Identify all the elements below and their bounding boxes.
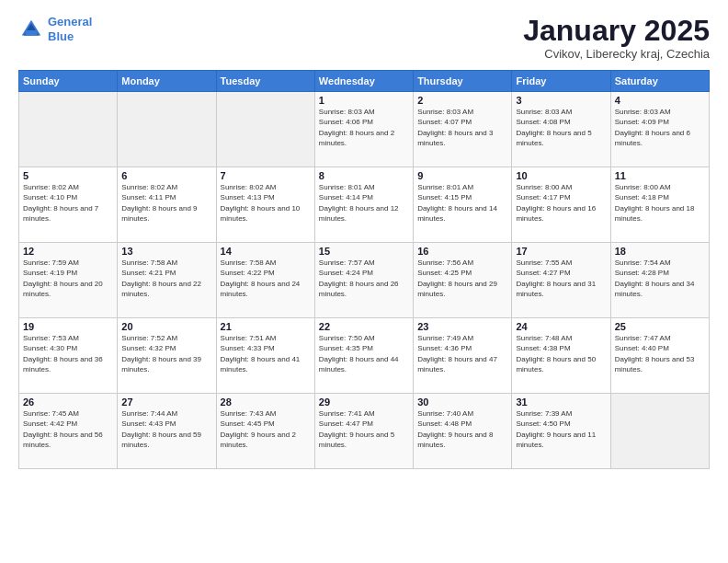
day-number: 11 (615, 170, 705, 181)
day-number: 22 (319, 321, 409, 332)
week-row-5: 26Sunrise: 7:45 AMSunset: 4:42 PMDayligh… (19, 394, 710, 469)
day-cell: 24Sunrise: 7:48 AMSunset: 4:38 PMDayligh… (512, 318, 610, 394)
day-cell (216, 92, 314, 167)
day-cell (610, 394, 709, 469)
day-cell: 30Sunrise: 7:40 AMSunset: 4:48 PMDayligh… (414, 394, 512, 469)
day-number: 27 (121, 396, 211, 408)
day-cell: 20Sunrise: 7:52 AMSunset: 4:32 PMDayligh… (118, 318, 216, 394)
day-cell: 4Sunrise: 8:03 AMSunset: 4:09 PMDaylight… (610, 92, 709, 167)
header: General Blue January 2025 Cvikov, Libere… (18, 15, 710, 61)
day-cell: 15Sunrise: 7:57 AMSunset: 4:24 PMDayligh… (314, 243, 413, 318)
logo-text: General Blue (48, 15, 92, 43)
col-monday: Monday (118, 71, 216, 92)
day-number: 12 (23, 246, 113, 257)
day-info: Sunrise: 7:57 AMSunset: 4:24 PMDaylight:… (319, 258, 409, 299)
col-friday: Friday (512, 71, 610, 92)
day-number: 15 (319, 246, 409, 257)
col-saturday: Saturday (610, 71, 709, 92)
day-cell: 9Sunrise: 8:01 AMSunset: 4:15 PMDaylight… (414, 167, 512, 243)
day-number: 30 (417, 396, 507, 408)
day-cell: 8Sunrise: 8:01 AMSunset: 4:14 PMDaylight… (314, 167, 413, 243)
day-info: Sunrise: 7:56 AMSunset: 4:25 PMDaylight:… (417, 258, 507, 299)
day-number: 7 (221, 170, 311, 181)
day-info: Sunrise: 8:03 AMSunset: 4:08 PMDaylight:… (516, 107, 606, 148)
day-cell (118, 92, 216, 167)
day-cell: 16Sunrise: 7:56 AMSunset: 4:25 PMDayligh… (414, 243, 512, 318)
day-number: 14 (221, 246, 311, 257)
day-number: 21 (221, 321, 311, 332)
day-cell: 13Sunrise: 7:58 AMSunset: 4:21 PMDayligh… (118, 243, 216, 318)
week-row-2: 5Sunrise: 8:02 AMSunset: 4:10 PMDaylight… (19, 167, 710, 243)
week-row-1: 1Sunrise: 8:03 AMSunset: 4:06 PMDaylight… (19, 92, 710, 167)
day-info: Sunrise: 7:48 AMSunset: 4:38 PMDaylight:… (516, 333, 606, 374)
day-cell: 12Sunrise: 7:59 AMSunset: 4:19 PMDayligh… (19, 243, 118, 318)
day-info: Sunrise: 7:59 AMSunset: 4:19 PMDaylight:… (23, 258, 113, 299)
title-block: January 2025 Cvikov, Liberecky kraj, Cze… (523, 15, 710, 61)
week-row-4: 19Sunrise: 7:53 AMSunset: 4:30 PMDayligh… (19, 318, 710, 394)
header-row: Sunday Monday Tuesday Wednesday Thursday… (19, 71, 710, 92)
day-cell: 11Sunrise: 8:00 AMSunset: 4:18 PMDayligh… (610, 167, 709, 243)
day-cell: 19Sunrise: 7:53 AMSunset: 4:30 PMDayligh… (19, 318, 118, 394)
day-info: Sunrise: 8:03 AMSunset: 4:07 PMDaylight:… (417, 107, 507, 148)
col-tuesday: Tuesday (216, 71, 314, 92)
col-thursday: Thursday (414, 71, 512, 92)
day-info: Sunrise: 8:03 AMSunset: 4:09 PMDaylight:… (615, 107, 705, 148)
day-number: 28 (221, 396, 311, 408)
day-cell: 27Sunrise: 7:44 AMSunset: 4:43 PMDayligh… (118, 394, 216, 469)
day-info: Sunrise: 7:53 AMSunset: 4:30 PMDaylight:… (23, 333, 113, 374)
day-number: 9 (417, 170, 507, 181)
logo-line2: Blue (48, 29, 74, 43)
logo-icon (18, 17, 44, 42)
day-number: 13 (121, 246, 211, 257)
day-cell: 25Sunrise: 7:47 AMSunset: 4:40 PMDayligh… (610, 318, 709, 394)
day-cell: 7Sunrise: 8:02 AMSunset: 4:13 PMDaylight… (216, 167, 314, 243)
day-number: 26 (23, 396, 113, 408)
day-number: 3 (516, 95, 606, 106)
day-cell: 6Sunrise: 8:02 AMSunset: 4:11 PMDaylight… (118, 167, 216, 243)
day-info: Sunrise: 7:54 AMSunset: 4:28 PMDaylight:… (615, 258, 705, 299)
page: General Blue January 2025 Cvikov, Libere… (0, 0, 728, 563)
calendar-header: Sunday Monday Tuesday Wednesday Thursday… (19, 71, 710, 92)
day-number: 2 (417, 95, 507, 106)
day-cell: 28Sunrise: 7:43 AMSunset: 4:45 PMDayligh… (216, 394, 314, 469)
day-info: Sunrise: 8:03 AMSunset: 4:06 PMDaylight:… (319, 107, 409, 148)
calendar-title: January 2025 (523, 15, 710, 47)
day-number: 8 (319, 170, 409, 181)
day-cell: 22Sunrise: 7:50 AMSunset: 4:35 PMDayligh… (314, 318, 413, 394)
day-cell: 5Sunrise: 8:02 AMSunset: 4:10 PMDaylight… (19, 167, 118, 243)
day-cell: 18Sunrise: 7:54 AMSunset: 4:28 PMDayligh… (610, 243, 709, 318)
day-number: 19 (23, 321, 113, 332)
calendar-subtitle: Cvikov, Liberecky kraj, Czechia (523, 47, 710, 61)
day-number: 29 (319, 396, 409, 408)
day-info: Sunrise: 8:02 AMSunset: 4:11 PMDaylight:… (121, 182, 211, 224)
day-info: Sunrise: 7:47 AMSunset: 4:40 PMDaylight:… (615, 333, 705, 374)
day-info: Sunrise: 7:50 AMSunset: 4:35 PMDaylight:… (319, 333, 409, 374)
day-number: 20 (121, 321, 211, 332)
calendar-table: Sunday Monday Tuesday Wednesday Thursday… (18, 70, 710, 469)
day-number: 23 (417, 321, 507, 332)
day-info: Sunrise: 7:41 AMSunset: 4:47 PMDaylight:… (319, 408, 409, 450)
day-number: 24 (516, 321, 606, 332)
day-number: 1 (319, 95, 409, 106)
logo: General Blue (18, 15, 92, 43)
day-info: Sunrise: 7:58 AMSunset: 4:22 PMDaylight:… (221, 258, 311, 299)
day-cell: 26Sunrise: 7:45 AMSunset: 4:42 PMDayligh… (19, 394, 118, 469)
day-info: Sunrise: 7:43 AMSunset: 4:45 PMDaylight:… (221, 408, 311, 450)
day-info: Sunrise: 8:02 AMSunset: 4:13 PMDaylight:… (221, 182, 311, 224)
day-number: 25 (615, 321, 705, 332)
day-info: Sunrise: 7:55 AMSunset: 4:27 PMDaylight:… (516, 258, 606, 299)
day-number: 6 (121, 170, 211, 181)
day-info: Sunrise: 8:01 AMSunset: 4:15 PMDaylight:… (417, 182, 507, 224)
day-cell: 21Sunrise: 7:51 AMSunset: 4:33 PMDayligh… (216, 318, 314, 394)
day-cell: 23Sunrise: 7:49 AMSunset: 4:36 PMDayligh… (414, 318, 512, 394)
day-cell: 29Sunrise: 7:41 AMSunset: 4:47 PMDayligh… (314, 394, 413, 469)
calendar-body: 1Sunrise: 8:03 AMSunset: 4:06 PMDaylight… (19, 92, 710, 469)
day-info: Sunrise: 8:02 AMSunset: 4:10 PMDaylight:… (23, 182, 113, 224)
day-number: 10 (516, 170, 606, 181)
day-number: 31 (516, 396, 606, 408)
day-number: 5 (23, 170, 113, 181)
svg-rect-2 (25, 30, 37, 36)
day-number: 16 (417, 246, 507, 257)
day-cell: 17Sunrise: 7:55 AMSunset: 4:27 PMDayligh… (512, 243, 610, 318)
day-info: Sunrise: 7:52 AMSunset: 4:32 PMDaylight:… (121, 333, 211, 374)
